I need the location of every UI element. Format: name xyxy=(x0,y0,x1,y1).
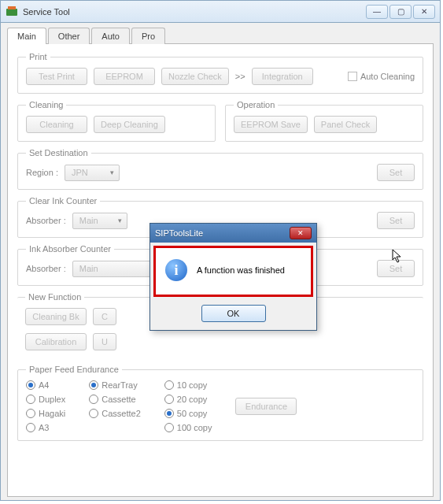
chevron-right-icon: >> xyxy=(235,72,245,81)
dialog-titlebar: SIPToolsLite ✕ xyxy=(150,224,316,243)
integration-button[interactable]: Integration xyxy=(252,68,313,85)
cleaning-bk-button[interactable]: Cleaning Bk xyxy=(25,308,87,325)
region-select[interactable]: JPN xyxy=(65,165,120,181)
tab-auto[interactable]: Auto xyxy=(91,28,130,44)
message-dialog: SIPToolsLite ✕ i A function was finished… xyxy=(150,223,317,331)
ink-absorber-set-button[interactable]: Set xyxy=(377,260,415,277)
ok-button[interactable]: OK xyxy=(201,305,266,322)
radio-hagaki[interactable]: Hagaki xyxy=(26,409,65,418)
maximize-button[interactable]: ▢ xyxy=(389,5,412,19)
auto-cleaning-checkbox[interactable]: Auto Cleaning xyxy=(348,72,415,81)
panel-check-button[interactable]: Panel Check xyxy=(314,116,377,133)
radio-a3[interactable]: A3 xyxy=(26,423,65,432)
u-button[interactable]: U xyxy=(93,333,116,350)
radio-50copy[interactable]: 50 copy xyxy=(164,409,212,418)
info-icon: i xyxy=(165,259,187,281)
radio-cassette[interactable]: Cassette xyxy=(89,395,141,404)
tab-strip: Main Other Auto Pro xyxy=(7,28,434,44)
test-print-button[interactable]: Test Print xyxy=(26,68,87,85)
deep-cleaning-button[interactable]: Deep Cleaning xyxy=(94,116,165,133)
absorber-select-1[interactable]: Main xyxy=(72,213,127,229)
tab-other[interactable]: Other xyxy=(48,28,90,44)
clear-ink-set-button[interactable]: Set xyxy=(377,212,415,229)
copy-count-radios: 10 copy 20 copy 50 copy 100 copy xyxy=(164,380,212,432)
window-title: Service Tool xyxy=(23,7,366,17)
endurance-button[interactable]: Endurance xyxy=(235,398,297,415)
radio-100copy[interactable]: 100 copy xyxy=(164,423,212,432)
paper-source-radios: RearTray Cassette Cassette2 xyxy=(89,380,141,418)
absorber-label-2: Absorber : xyxy=(26,264,66,273)
absorber-label-1: Absorber : xyxy=(26,216,66,225)
tab-pro[interactable]: Pro xyxy=(131,28,165,44)
svg-rect-1 xyxy=(8,6,16,9)
radio-a4[interactable]: A4 xyxy=(26,380,65,390)
dialog-message: A function was finished xyxy=(197,265,285,275)
eeprom-button[interactable]: EEPROM xyxy=(94,68,155,85)
tab-main[interactable]: Main xyxy=(7,28,46,44)
c-button[interactable]: C xyxy=(93,308,116,325)
group-print-legend: Print xyxy=(26,52,50,61)
radio-10copy[interactable]: 10 copy xyxy=(164,380,212,390)
cleaning-button[interactable]: Cleaning xyxy=(26,116,87,133)
dialog-close-button[interactable]: ✕ xyxy=(290,227,312,239)
radio-20copy[interactable]: 20 copy xyxy=(164,395,212,404)
group-cleaning: Cleaning Cleaning Deep Cleaning xyxy=(17,100,216,142)
radio-cassette2[interactable]: Cassette2 xyxy=(89,409,141,418)
nozzle-check-button[interactable]: Nozzle Check xyxy=(161,68,229,85)
radio-reartray[interactable]: RearTray xyxy=(89,380,141,390)
group-operation: Operation EEPROM Save Panel Check xyxy=(225,100,423,142)
svg-rect-0 xyxy=(6,9,17,16)
paper-size-radios: A4 Duplex Hagaki A3 xyxy=(26,380,65,432)
titlebar: Service Tool — ▢ ✕ xyxy=(1,1,440,23)
group-print: Print Test Print EEPROM Nozzle Check >> … xyxy=(17,52,423,94)
minimize-button[interactable]: — xyxy=(366,5,388,19)
calibration-button[interactable]: Calibration xyxy=(25,333,87,350)
region-label: Region : xyxy=(26,168,58,177)
eeprom-save-button[interactable]: EEPROM Save xyxy=(234,116,308,133)
close-button[interactable]: ✕ xyxy=(413,5,435,19)
app-icon xyxy=(6,6,18,18)
group-paper-feed: Paper Feed Endurance A4 Duplex Hagaki A3… xyxy=(17,365,423,441)
set-destination-button[interactable]: Set xyxy=(377,164,415,181)
group-set-destination: Set Destination Region : JPN Set xyxy=(17,148,423,190)
radio-duplex[interactable]: Duplex xyxy=(26,395,65,404)
dialog-title: SIPToolsLite xyxy=(155,228,290,238)
